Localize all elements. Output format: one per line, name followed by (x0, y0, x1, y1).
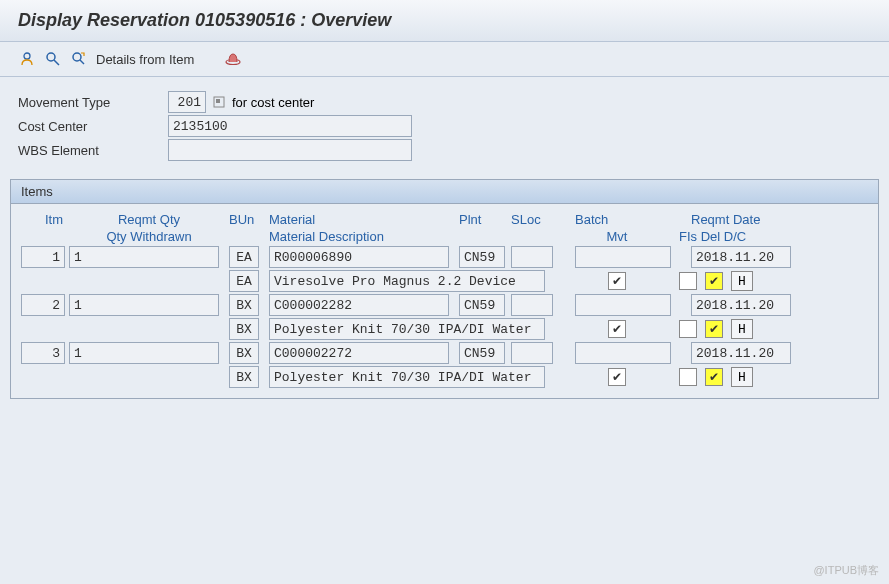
find-next-icon[interactable] (70, 50, 88, 68)
movement-type-field[interactable] (168, 91, 206, 113)
material-field[interactable] (269, 294, 449, 316)
fis-checkbox[interactable] (679, 320, 697, 338)
del-checkbox[interactable]: ✔ (705, 272, 723, 290)
items-panel-title: Items (11, 180, 878, 204)
table-row: ✔✔H (21, 366, 868, 388)
table-row (21, 246, 868, 268)
mvt-checkbox[interactable]: ✔ (608, 368, 626, 386)
reqmt-date-field[interactable] (691, 246, 791, 268)
hat-icon[interactable] (224, 50, 242, 68)
del-checkbox[interactable]: ✔ (705, 320, 723, 338)
batch-field[interactable] (575, 342, 671, 364)
bun2-field[interactable] (229, 270, 259, 292)
del-checkbox[interactable]: ✔ (705, 368, 723, 386)
svg-line-2 (54, 60, 59, 65)
plnt-field[interactable] (459, 294, 505, 316)
plnt-field[interactable] (459, 246, 505, 268)
col-material-desc: Material Description (269, 229, 551, 244)
svg-point-0 (24, 53, 30, 59)
bun-field[interactable] (229, 294, 259, 316)
find-icon[interactable] (44, 50, 62, 68)
batch-field[interactable] (575, 246, 671, 268)
items-grid: Itm Reqmt Qty BUn Material Plnt SLoc Bat… (11, 204, 878, 398)
svg-point-1 (47, 53, 55, 61)
form-area: Movement Type for cost center Cost Cente… (0, 77, 889, 169)
reqmt-date-field[interactable] (691, 342, 791, 364)
material-desc-field[interactable] (269, 270, 545, 292)
col-qty-withdrawn: Qty Withdrawn (69, 229, 229, 244)
table-row: ✔✔H (21, 318, 868, 340)
col-plnt: Plnt (459, 212, 511, 227)
bun-field[interactable] (229, 246, 259, 268)
details-from-item-button[interactable]: Details from Item (96, 52, 194, 67)
col-bun: BUn (229, 212, 269, 227)
reqmt-date-field[interactable] (691, 294, 791, 316)
f4-help-icon[interactable] (212, 95, 226, 109)
qty-field[interactable] (69, 246, 219, 268)
toolbar: Details from Item (0, 42, 889, 77)
watermark: @ITPUB博客 (813, 563, 879, 578)
wbs-element-field[interactable] (168, 139, 412, 161)
col-reqmt-date: Reqmt Date (683, 212, 793, 227)
itm-field[interactable] (21, 294, 65, 316)
dc-button[interactable]: H (731, 319, 753, 339)
table-row (21, 342, 868, 364)
sloc-field[interactable] (511, 342, 553, 364)
col-reqmt-qty: Reqmt Qty (69, 212, 229, 227)
col-material: Material (269, 212, 459, 227)
movement-type-text: for cost center (232, 95, 314, 110)
plnt-field[interactable] (459, 342, 505, 364)
col-sloc: SLoc (511, 212, 563, 227)
sloc-field[interactable] (511, 246, 553, 268)
column-header-row-1: Itm Reqmt Qty BUn Material Plnt SLoc Bat… (21, 212, 868, 227)
col-mvt: Mvt (551, 229, 671, 244)
material-desc-field[interactable] (269, 318, 545, 340)
table-row (21, 294, 868, 316)
qty-field[interactable] (69, 294, 219, 316)
sloc-field[interactable] (511, 294, 553, 316)
material-desc-field[interactable] (269, 366, 545, 388)
page-title: Display Reservation 0105390516 : Overvie… (0, 0, 889, 42)
table-row: ✔✔H (21, 270, 868, 292)
movement-type-label: Movement Type (18, 95, 168, 110)
svg-rect-7 (216, 99, 220, 103)
dc-button[interactable]: H (731, 367, 753, 387)
wbs-element-label: WBS Element (18, 143, 168, 158)
col-itm: Itm (21, 212, 69, 227)
bun2-field[interactable] (229, 366, 259, 388)
col-batch: Batch (563, 212, 683, 227)
material-field[interactable] (269, 246, 449, 268)
qty-field[interactable] (69, 342, 219, 364)
itm-field[interactable] (21, 246, 65, 268)
mvt-checkbox[interactable]: ✔ (608, 272, 626, 290)
bun-field[interactable] (229, 342, 259, 364)
user-icon[interactable] (18, 50, 36, 68)
fis-checkbox[interactable] (679, 368, 697, 386)
items-panel: Items Itm Reqmt Qty BUn Material Plnt SL… (10, 179, 879, 399)
svg-point-3 (73, 53, 81, 61)
itm-field[interactable] (21, 342, 65, 364)
bun2-field[interactable] (229, 318, 259, 340)
col-fis-del-dc: FIs Del D/C (671, 229, 781, 244)
cost-center-field[interactable] (168, 115, 412, 137)
material-field[interactable] (269, 342, 449, 364)
dc-button[interactable]: H (731, 271, 753, 291)
mvt-checkbox[interactable]: ✔ (608, 320, 626, 338)
svg-line-4 (80, 60, 84, 64)
batch-field[interactable] (575, 294, 671, 316)
column-header-row-2: Qty Withdrawn Material Description Mvt F… (21, 229, 868, 244)
cost-center-label: Cost Center (18, 119, 168, 134)
fis-checkbox[interactable] (679, 272, 697, 290)
